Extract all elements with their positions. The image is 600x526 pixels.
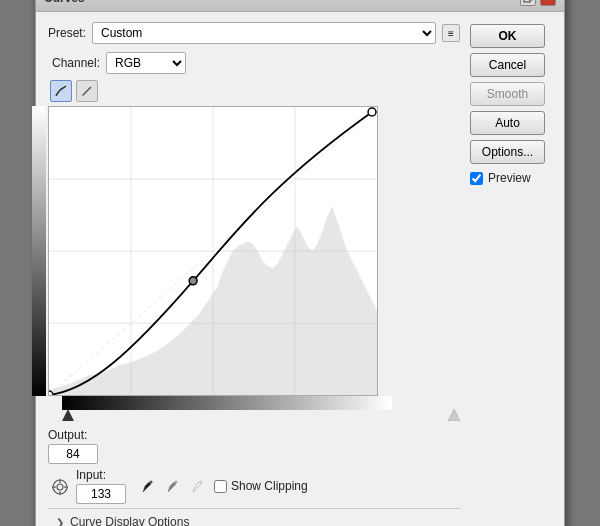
channel-row: Channel: RGB Red Green Blue bbox=[48, 52, 460, 74]
curve-tool-button[interactable] bbox=[50, 80, 72, 102]
show-clipping-row: Show Clipping bbox=[214, 479, 308, 493]
show-clipping-checkbox[interactable] bbox=[214, 480, 227, 493]
svg-point-11 bbox=[189, 277, 197, 285]
svg-point-23 bbox=[200, 481, 203, 484]
preset-select[interactable]: Custom Default Medium Contrast bbox=[92, 22, 436, 44]
preset-row: Preset: Custom Default Medium Contrast ≡ bbox=[48, 22, 460, 44]
input-value-input[interactable] bbox=[76, 484, 126, 504]
preset-label: Preset: bbox=[48, 26, 86, 40]
white-eyedropper-button[interactable] bbox=[186, 475, 208, 497]
title-bar: Curves ✕ bbox=[36, 0, 564, 12]
channel-select[interactable]: RGB Red Green Blue bbox=[106, 52, 186, 74]
dialog-body: Preset: Custom Default Medium Contrast ≡… bbox=[36, 12, 564, 526]
preview-row: Preview bbox=[470, 171, 552, 185]
close-button[interactable]: ✕ bbox=[540, 0, 556, 6]
preview-checkbox[interactable] bbox=[470, 172, 483, 185]
curves-dialog: Curves ✕ Preset: Custom Default Medium C… bbox=[35, 0, 565, 526]
curve-tools bbox=[48, 80, 460, 102]
eyedropper-tools bbox=[136, 475, 208, 497]
smooth-button[interactable]: Smooth bbox=[470, 82, 545, 106]
cancel-button[interactable]: Cancel bbox=[470, 53, 545, 77]
ok-button[interactable]: OK bbox=[470, 24, 545, 48]
svg-line-9 bbox=[49, 107, 377, 395]
black-point-indicator[interactable] bbox=[62, 409, 74, 424]
left-panel: Preset: Custom Default Medium Contrast ≡… bbox=[48, 22, 460, 526]
curve-area-wrapper bbox=[48, 106, 460, 424]
auto-button[interactable]: Auto bbox=[470, 111, 545, 135]
dialog-title: Curves bbox=[44, 0, 85, 5]
white-point-indicator[interactable] bbox=[448, 409, 460, 424]
options-button[interactable]: Options... bbox=[470, 140, 545, 164]
input-section: Input: bbox=[76, 468, 126, 504]
curve-display-chevron-icon: ❯ bbox=[56, 517, 64, 527]
output-value-input[interactable] bbox=[48, 444, 98, 464]
target-icon-button[interactable] bbox=[50, 477, 70, 497]
output-section: Output: bbox=[48, 428, 98, 464]
svg-point-10 bbox=[49, 391, 53, 395]
curve-display-options-row: ❯ Curve Display Options bbox=[48, 508, 460, 526]
channel-label: Channel: bbox=[52, 56, 100, 70]
black-eyedropper-button[interactable] bbox=[136, 475, 158, 497]
svg-marker-13 bbox=[62, 409, 74, 421]
curve-display-options-label[interactable]: Curve Display Options bbox=[70, 515, 189, 526]
input-label: Input: bbox=[76, 468, 126, 482]
pencil-tool-button[interactable] bbox=[76, 80, 98, 102]
svg-point-16 bbox=[57, 484, 63, 490]
svg-line-1 bbox=[83, 87, 91, 95]
preset-options-icon[interactable]: ≡ bbox=[442, 24, 460, 42]
preview-label: Preview bbox=[488, 171, 531, 185]
curve-canvas[interactable] bbox=[48, 106, 378, 396]
svg-marker-14 bbox=[448, 409, 460, 421]
gradient-bar-horizontal bbox=[62, 396, 392, 410]
restore-button[interactable] bbox=[520, 0, 536, 6]
svg-point-21 bbox=[150, 481, 153, 484]
svg-rect-0 bbox=[524, 0, 530, 2]
bottom-tools bbox=[48, 477, 70, 497]
right-panel: OK Cancel Smooth Auto Options... Preview bbox=[470, 22, 552, 526]
svg-point-22 bbox=[175, 481, 178, 484]
show-clipping-label: Show Clipping bbox=[231, 479, 308, 493]
gradient-bar-vertical bbox=[32, 106, 46, 396]
output-label: Output: bbox=[48, 428, 98, 442]
svg-point-12 bbox=[368, 108, 376, 116]
gray-eyedropper-button[interactable] bbox=[161, 475, 183, 497]
title-bar-buttons: ✕ bbox=[520, 0, 556, 6]
